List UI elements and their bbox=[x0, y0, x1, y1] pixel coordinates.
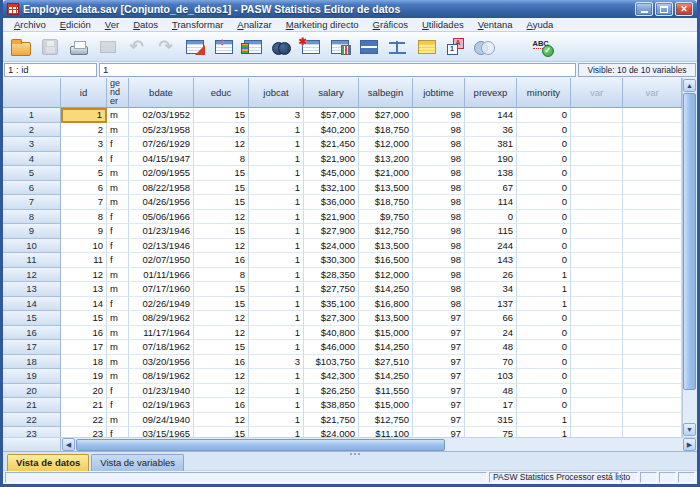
cell-id-10[interactable]: 10 bbox=[61, 239, 107, 254]
cell-var2-13[interactable] bbox=[623, 282, 682, 297]
cell-prevexp-17[interactable]: 48 bbox=[465, 340, 517, 355]
cell-bdate-15[interactable]: 08/29/1962 bbox=[129, 311, 194, 326]
cell-var1-14[interactable] bbox=[571, 297, 623, 312]
cell-jobtime-9[interactable]: 98 bbox=[413, 224, 465, 239]
cell-gender-8[interactable]: f bbox=[107, 210, 129, 225]
cell-jobcat-20[interactable]: 1 bbox=[249, 384, 304, 399]
cell-jobtime-18[interactable]: 97 bbox=[413, 355, 465, 370]
cell-educ-12[interactable]: 8 bbox=[194, 268, 249, 283]
cell-bdate-9[interactable]: 01/23/1946 bbox=[129, 224, 194, 239]
cell-jobcat-2[interactable]: 1 bbox=[249, 123, 304, 138]
cell-jobtime-8[interactable]: 98 bbox=[413, 210, 465, 225]
cell-prevexp-14[interactable]: 137 bbox=[465, 297, 517, 312]
cell-educ-5[interactable]: 15 bbox=[194, 166, 249, 181]
split-file-button[interactable] bbox=[354, 33, 383, 60]
cell-educ-4[interactable]: 8 bbox=[194, 152, 249, 167]
cell-minority-10[interactable]: 0 bbox=[517, 239, 571, 254]
row-header-13[interactable]: 13 bbox=[3, 282, 61, 297]
cell-jobcat-10[interactable]: 1 bbox=[249, 239, 304, 254]
column-header-var2[interactable]: var bbox=[623, 78, 682, 108]
cell-jobtime-20[interactable]: 97 bbox=[413, 384, 465, 399]
cell-jobtime-11[interactable]: 98 bbox=[413, 253, 465, 268]
row-header-1[interactable]: 1 bbox=[3, 108, 61, 123]
cell-gender-9[interactable]: f bbox=[107, 224, 129, 239]
column-header-id[interactable]: id bbox=[61, 78, 107, 108]
cell-id-5[interactable]: 5 bbox=[61, 166, 107, 181]
cell-educ-23[interactable]: 15 bbox=[194, 427, 249, 437]
cell-jobcat-16[interactable]: 1 bbox=[249, 326, 304, 341]
row-header-23[interactable]: 23 bbox=[3, 427, 61, 437]
cell-salbegin-7[interactable]: $18,750 bbox=[359, 195, 413, 210]
minimize-button[interactable] bbox=[635, 2, 653, 16]
cell-jobtime-19[interactable]: 97 bbox=[413, 369, 465, 384]
cell-var2-16[interactable] bbox=[623, 326, 682, 341]
cell-bdate-14[interactable]: 02/26/1949 bbox=[129, 297, 194, 312]
find-button[interactable] bbox=[267, 33, 296, 60]
cell-var2-23[interactable] bbox=[623, 427, 682, 437]
cell-gender-13[interactable]: m bbox=[107, 282, 129, 297]
cell-educ-3[interactable]: 12 bbox=[194, 137, 249, 152]
cell-gender-19[interactable]: m bbox=[107, 369, 129, 384]
cell-var1-17[interactable] bbox=[571, 340, 623, 355]
cell-salbegin-2[interactable]: $18,750 bbox=[359, 123, 413, 138]
cell-var2-8[interactable] bbox=[623, 210, 682, 225]
cell-salary-18[interactable]: $103,750 bbox=[304, 355, 359, 370]
cell-educ-18[interactable]: 16 bbox=[194, 355, 249, 370]
cell-var1-18[interactable] bbox=[571, 355, 623, 370]
cell-salary-11[interactable]: $30,300 bbox=[304, 253, 359, 268]
insert-variable-button[interactable] bbox=[325, 33, 354, 60]
cell-salbegin-20[interactable]: $11,550 bbox=[359, 384, 413, 399]
cell-jobcat-14[interactable]: 1 bbox=[249, 297, 304, 312]
cell-gender-12[interactable]: m bbox=[107, 268, 129, 283]
cell-var1-10[interactable] bbox=[571, 239, 623, 254]
cell-jobtime-13[interactable]: 98 bbox=[413, 282, 465, 297]
cell-bdate-17[interactable]: 07/18/1962 bbox=[129, 340, 194, 355]
cell-gender-2[interactable]: m bbox=[107, 123, 129, 138]
cell-salbegin-1[interactable]: $27,000 bbox=[359, 108, 413, 123]
cell-salbegin-14[interactable]: $16,800 bbox=[359, 297, 413, 312]
cell-jobtime-2[interactable]: 98 bbox=[413, 123, 465, 138]
cell-id-15[interactable]: 15 bbox=[61, 311, 107, 326]
column-header-salbegin[interactable]: salbegin bbox=[359, 78, 413, 108]
cell-bdate-22[interactable]: 09/24/1940 bbox=[129, 413, 194, 428]
row-header-4[interactable]: 4 bbox=[3, 152, 61, 167]
cell-var2-7[interactable] bbox=[623, 195, 682, 210]
cell-var2-11[interactable] bbox=[623, 253, 682, 268]
cell-var1-19[interactable] bbox=[571, 369, 623, 384]
cell-jobtime-17[interactable]: 97 bbox=[413, 340, 465, 355]
cell-id-12[interactable]: 12 bbox=[61, 268, 107, 283]
cell-prevexp-9[interactable]: 115 bbox=[465, 224, 517, 239]
cell-educ-8[interactable]: 12 bbox=[194, 210, 249, 225]
row-header-10[interactable]: 10 bbox=[3, 239, 61, 254]
vertical-scrollbar[interactable]: ▲ ▼ bbox=[682, 78, 697, 437]
cell-minority-6[interactable]: 0 bbox=[517, 181, 571, 196]
cell-salbegin-16[interactable]: $15,000 bbox=[359, 326, 413, 341]
cell-jobcat-6[interactable]: 1 bbox=[249, 181, 304, 196]
scroll-right-arrow[interactable]: ▶ bbox=[683, 438, 696, 451]
tab-vista-de-datos[interactable]: Vista de datos bbox=[7, 454, 89, 471]
cell-prevexp-23[interactable]: 75 bbox=[465, 427, 517, 437]
cell-id-16[interactable]: 16 bbox=[61, 326, 107, 341]
cell-salbegin-8[interactable]: $9,750 bbox=[359, 210, 413, 225]
cell-prevexp-18[interactable]: 70 bbox=[465, 355, 517, 370]
cell-bdate-11[interactable]: 02/07/1950 bbox=[129, 253, 194, 268]
cell-salary-6[interactable]: $32,100 bbox=[304, 181, 359, 196]
cell-prevexp-5[interactable]: 138 bbox=[465, 166, 517, 181]
cell-var2-2[interactable] bbox=[623, 123, 682, 138]
cell-reference-box[interactable]: 1 : id bbox=[4, 63, 97, 77]
cell-prevexp-13[interactable]: 34 bbox=[465, 282, 517, 297]
cell-var1-4[interactable] bbox=[571, 152, 623, 167]
cell-bdate-8[interactable]: 05/06/1966 bbox=[129, 210, 194, 225]
row-header-8[interactable]: 8 bbox=[3, 210, 61, 225]
menu-analizar[interactable]: Analizar bbox=[230, 19, 278, 30]
row-header-18[interactable]: 18 bbox=[3, 355, 61, 370]
menu-ayuda[interactable]: Ayuda bbox=[520, 19, 561, 30]
cell-educ-21[interactable]: 16 bbox=[194, 398, 249, 413]
cell-salbegin-4[interactable]: $13,200 bbox=[359, 152, 413, 167]
cell-var1-8[interactable] bbox=[571, 210, 623, 225]
cell-var1-11[interactable] bbox=[571, 253, 623, 268]
cell-var2-4[interactable] bbox=[623, 152, 682, 167]
cell-salbegin-9[interactable]: $12,750 bbox=[359, 224, 413, 239]
cell-gender-5[interactable]: m bbox=[107, 166, 129, 181]
cell-gender-1[interactable]: m bbox=[107, 108, 129, 123]
